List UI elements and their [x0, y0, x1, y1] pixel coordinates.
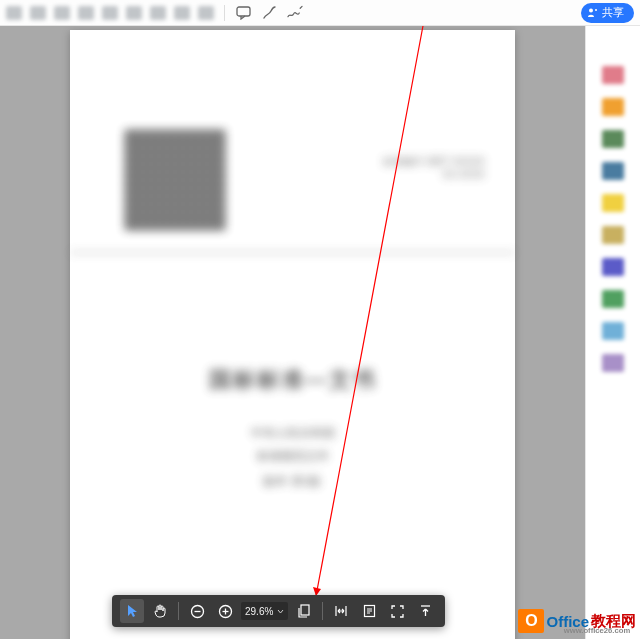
right-panel-tool-icon[interactable]: [602, 66, 624, 84]
blurred-tool-icon[interactable]: [78, 6, 94, 20]
qr-code-icon: [125, 130, 225, 230]
viewer-toolbar: 29.6%: [112, 595, 445, 627]
pen-icon[interactable]: [261, 5, 277, 21]
right-panel-tool-icon[interactable]: [602, 162, 624, 180]
document-meta: 标准编号 GB/T XXXXX XX.XXXX: [383, 155, 485, 180]
horizontal-rule: [70, 252, 515, 253]
svg-point-1: [589, 9, 593, 13]
right-panel-tool-icon[interactable]: [602, 226, 624, 244]
document-page: 标准编号 GB/T XXXXX XX.XXXX 国标标准—文书 中华人民共和国 …: [70, 30, 515, 639]
toolbar-divider: [224, 5, 225, 21]
arrow-tool-icon[interactable]: [120, 599, 144, 623]
blurred-tool-icon[interactable]: [102, 6, 118, 20]
blurred-tool-icon[interactable]: [174, 6, 190, 20]
document-subtitle: 标准规范文件: [70, 448, 515, 465]
document-subtitle: 中华人民共和国: [70, 425, 515, 442]
page-copy-icon[interactable]: [292, 599, 316, 623]
right-panel-tool-icon[interactable]: [602, 130, 624, 148]
document-subtitle: 版本 第1版: [70, 473, 515, 490]
right-panel-swatches: [586, 36, 640, 639]
blurred-tool-icon[interactable]: [6, 6, 22, 20]
toolbar-left-group: [6, 6, 214, 20]
main-toolbar: 共享: [0, 0, 640, 26]
right-panel-tool-icon[interactable]: [602, 98, 624, 116]
zoom-in-icon[interactable]: [213, 599, 237, 623]
document-title-block: 国标标准—文书 中华人民共和国 标准规范文件 版本 第1版: [70, 365, 515, 490]
share-label: 共享: [602, 5, 624, 20]
blurred-tool-icon[interactable]: [198, 6, 214, 20]
blurred-tool-icon[interactable]: [150, 6, 166, 20]
right-panel-tool-icon[interactable]: [602, 322, 624, 340]
blurred-tool-icon[interactable]: [126, 6, 142, 20]
office-logo-icon: O: [518, 609, 544, 633]
right-tools-panel: [585, 26, 640, 639]
zoom-out-icon[interactable]: [185, 599, 209, 623]
comment-icon[interactable]: [235, 5, 251, 21]
document-title: 国标标准—文书: [70, 365, 515, 395]
right-panel-tool-icon[interactable]: [602, 194, 624, 212]
toolbar-separator: [178, 602, 179, 620]
fullscreen-icon[interactable]: [385, 599, 409, 623]
blurred-tool-icon[interactable]: [30, 6, 46, 20]
zoom-level-selector[interactable]: 29.6%: [241, 602, 288, 620]
chevron-down-icon: [277, 609, 284, 614]
right-panel-tool-icon[interactable]: [602, 354, 624, 372]
hand-tool-icon[interactable]: [148, 599, 172, 623]
toolbar-annotation-group: [235, 5, 303, 21]
watermark-site: www.office26.com: [564, 627, 630, 636]
fit-page-icon[interactable]: [357, 599, 381, 623]
right-panel-tool-icon[interactable]: [602, 290, 624, 308]
zoom-value: 29.6%: [245, 606, 273, 617]
toolbar-separator: [322, 602, 323, 620]
upload-icon[interactable]: [413, 599, 437, 623]
fit-width-icon[interactable]: [329, 599, 353, 623]
watermark: O Office 教程网 www.office26.com: [518, 609, 636, 633]
share-button[interactable]: 共享: [581, 3, 634, 23]
signature-icon[interactable]: [287, 5, 303, 21]
svg-rect-8: [301, 605, 309, 615]
blurred-tool-icon[interactable]: [54, 6, 70, 20]
document-viewport[interactable]: 标准编号 GB/T XXXXX XX.XXXX 国标标准—文书 中华人民共和国 …: [0, 26, 585, 639]
svg-rect-0: [237, 7, 250, 16]
right-panel-tool-icon[interactable]: [602, 258, 624, 276]
person-plus-icon: [587, 7, 598, 18]
